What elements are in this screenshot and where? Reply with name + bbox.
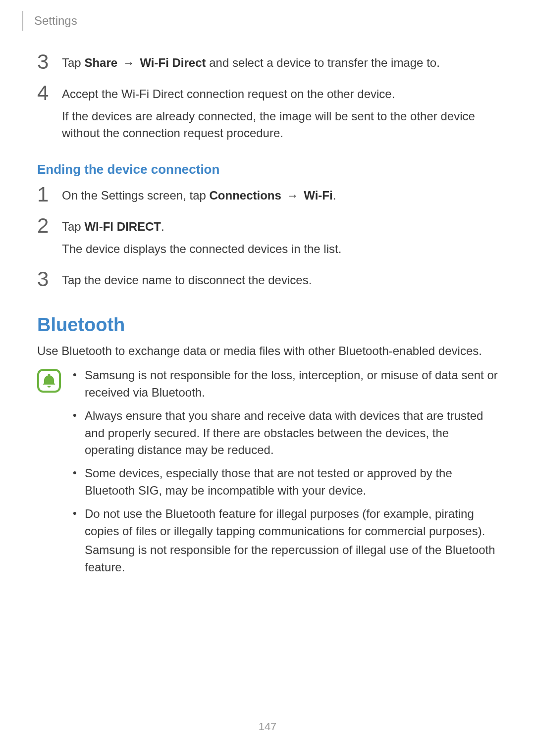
notice-item: Always ensure that you share and receive… xyxy=(71,407,498,459)
note-icon xyxy=(37,369,62,393)
header-title: Settings xyxy=(34,14,77,28)
step-text: Tap Share → Wi-Fi Direct and select a de… xyxy=(62,54,498,72)
step-number: 3 xyxy=(37,269,62,290)
step-4: 4 Accept the Wi-Fi Direct connection req… xyxy=(37,86,498,147)
step-body: On the Settings screen, tap Connections … xyxy=(62,187,498,209)
step-subtext: If the devices are already connected, th… xyxy=(62,108,498,143)
notice-item: Do not use the Bluetooth feature for ill… xyxy=(71,505,498,576)
step-number: 2 xyxy=(37,215,62,236)
step-text: Tap the device name to disconnect the de… xyxy=(62,272,498,289)
step-text: Tap WI-FI DIRECT. xyxy=(62,218,498,236)
step-body: Tap the device name to disconnect the de… xyxy=(62,272,498,294)
step-text: Accept the Wi-Fi Direct connection reque… xyxy=(62,86,498,103)
end-step-1: 1 On the Settings screen, tap Connection… xyxy=(37,187,498,209)
step-body: Tap Share → Wi-Fi Direct and select a de… xyxy=(62,54,498,77)
manual-page: Settings 3 Tap Share → Wi-Fi Direct and … xyxy=(0,0,535,756)
step-body: Accept the Wi-Fi Direct connection reque… xyxy=(62,86,498,147)
notice-item: Some devices, especially those that are … xyxy=(71,465,498,500)
end-step-3: 3 Tap the device name to disconnect the … xyxy=(37,272,498,294)
subheading-ending-connection: Ending the device connection xyxy=(37,162,498,177)
step-number: 4 xyxy=(37,83,62,103)
page-number: 147 xyxy=(0,720,535,733)
step-3: 3 Tap Share → Wi-Fi Direct and select a … xyxy=(37,54,498,77)
header-rule xyxy=(22,11,23,31)
bluetooth-intro: Use Bluetooth to exchange data or media … xyxy=(37,343,498,360)
heading-bluetooth: Bluetooth xyxy=(37,314,498,336)
notice-block: Samsung is not responsible for the loss,… xyxy=(37,367,498,582)
end-step-2: 2 Tap WI-FI DIRECT. The device displays … xyxy=(37,218,498,263)
step-body: Tap WI-FI DIRECT. The device displays th… xyxy=(62,218,498,263)
notice-item: Samsung is not responsible for the loss,… xyxy=(71,367,498,402)
notice-list: Samsung is not responsible for the loss,… xyxy=(71,367,498,582)
step-subtext: The device displays the connected device… xyxy=(62,241,498,258)
page-content: 3 Tap Share → Wi-Fi Direct and select a … xyxy=(37,0,498,582)
step-text: On the Settings screen, tap Connections … xyxy=(62,187,498,204)
step-number: 1 xyxy=(37,184,62,205)
step-number: 3 xyxy=(37,51,62,72)
page-header: Settings xyxy=(22,11,77,31)
